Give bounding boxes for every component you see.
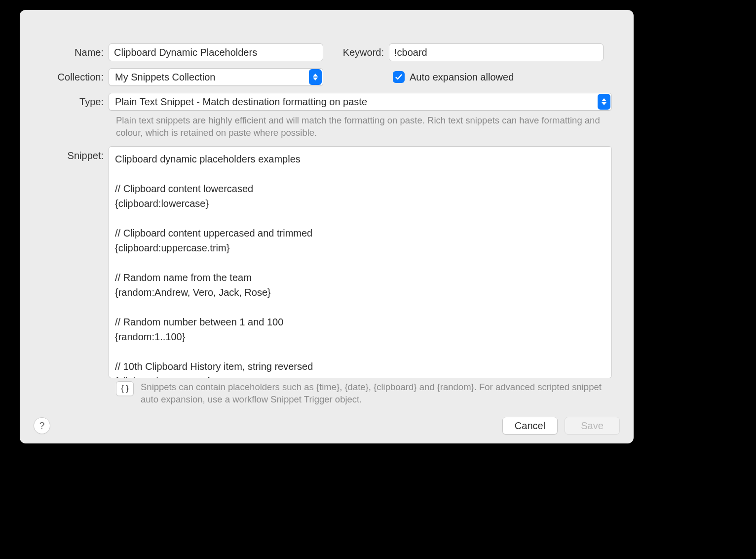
collection-select[interactable]: My Snippets Collection	[109, 68, 323, 86]
snippet-help-text: Snippets can contain placeholders such a…	[141, 381, 619, 406]
checkmark-icon	[395, 73, 403, 81]
collection-label: Collection:	[20, 72, 109, 83]
name-input[interactable]	[109, 43, 323, 61]
cancel-button[interactable]: Cancel	[502, 417, 558, 435]
save-button[interactable]: Save	[565, 417, 620, 435]
auto-expansion-checkbox[interactable]	[393, 71, 405, 83]
keyword-label: Keyword:	[337, 47, 389, 58]
snippet-editor-panel: Name: Keyword: Collection: My Snippets C…	[20, 10, 634, 443]
type-help-text: Plain text snippets are highly efficient…	[20, 111, 634, 139]
help-button[interactable]: ?	[34, 417, 50, 434]
snippet-label: Snippet:	[20, 146, 109, 161]
keyword-input[interactable]	[389, 43, 604, 61]
type-select-value: Plain Text Snippet - Match destination f…	[115, 96, 597, 108]
type-label: Type:	[20, 96, 109, 108]
chevron-up-down-icon	[309, 69, 322, 85]
chevron-up-down-icon	[598, 94, 610, 110]
placeholder-braces-button[interactable]: { }	[116, 381, 134, 396]
snippet-textarea[interactable]	[109, 146, 612, 378]
auto-expansion-label: Auto expansion allowed	[410, 72, 514, 83]
type-select[interactable]: Plain Text Snippet - Match destination f…	[109, 93, 612, 111]
collection-select-value: My Snippets Collection	[115, 72, 308, 83]
name-label: Name:	[20, 47, 109, 58]
